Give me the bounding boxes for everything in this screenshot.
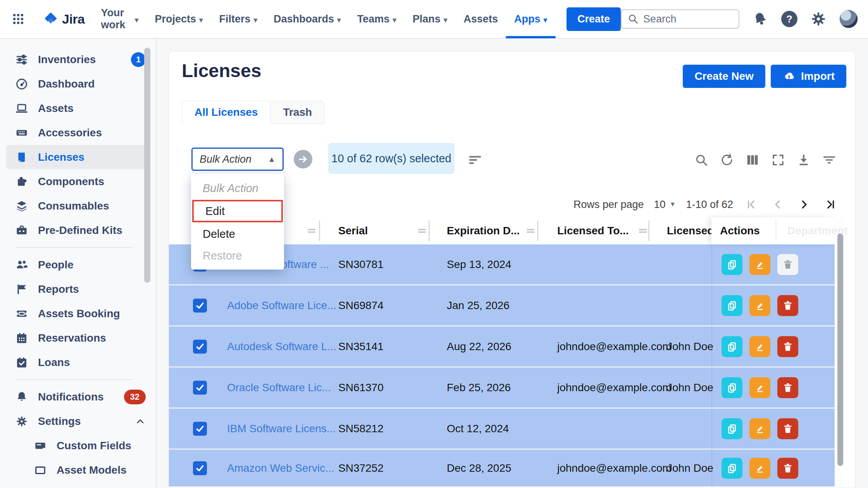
sidebar-item-assets[interactable]: Assets bbox=[0, 96, 156, 120]
notifications-bell-icon[interactable] bbox=[753, 11, 768, 27]
edit-button[interactable] bbox=[749, 295, 770, 316]
last-page-button[interactable] bbox=[822, 196, 839, 213]
create-button[interactable]: Create bbox=[567, 7, 621, 31]
sidebar-scrollbar[interactable] bbox=[144, 48, 150, 283]
license-name-link[interactable]: IBM Software Licens... bbox=[227, 423, 336, 435]
duplicate-button[interactable] bbox=[722, 377, 742, 398]
delete-button[interactable] bbox=[777, 295, 798, 316]
first-page-button[interactable] bbox=[743, 196, 760, 213]
sidebar-item-reports[interactable]: Reports bbox=[0, 277, 156, 301]
expiration-cell: Dec 28, 2025 bbox=[447, 462, 512, 474]
search-input[interactable] bbox=[643, 13, 721, 25]
row-checkbox[interactable] bbox=[193, 340, 207, 354]
edit-button[interactable] bbox=[749, 254, 770, 275]
sidebar-item-people[interactable]: People bbox=[0, 253, 156, 277]
filter-icon[interactable] bbox=[822, 153, 836, 167]
delete-button[interactable] bbox=[777, 377, 798, 398]
nav-item-dashboards[interactable]: Dashboards▾ bbox=[274, 0, 341, 38]
jira-logo[interactable]: Jira bbox=[43, 11, 85, 27]
import-button[interactable]: Import bbox=[771, 65, 846, 88]
row-actions bbox=[722, 458, 798, 479]
help-icon[interactable]: ? bbox=[781, 11, 797, 27]
nav-item-projects[interactable]: Projects▾ bbox=[155, 0, 203, 38]
fullscreen-icon[interactable] bbox=[771, 153, 785, 167]
duplicate-button[interactable] bbox=[722, 254, 742, 275]
tab-all-licenses[interactable]: All Licenses bbox=[182, 101, 270, 124]
settings-gear-icon[interactable] bbox=[811, 11, 826, 27]
licensed-to-cell: johndoe@example.com bbox=[557, 381, 672, 394]
nav-item-assets[interactable]: Assets bbox=[463, 0, 498, 38]
sidebar-item-components[interactable]: Components bbox=[0, 169, 156, 194]
sidebar-item-settings[interactable]: Settings bbox=[0, 409, 156, 433]
duplicate-button[interactable] bbox=[722, 458, 742, 479]
sidebar-item-asset-models[interactable]: Asset Models bbox=[0, 458, 156, 482]
edit-button[interactable] bbox=[749, 377, 770, 398]
delete-button[interactable] bbox=[777, 458, 798, 479]
tab-trash[interactable]: Trash bbox=[270, 101, 325, 124]
sidebar-item-pre-defined-kits[interactable]: Pre-Defined Kits bbox=[0, 218, 156, 242]
view-columns-icon[interactable] bbox=[746, 153, 760, 167]
bulk-menu-item-delete[interactable]: Delete bbox=[191, 223, 284, 245]
duplicate-button[interactable] bbox=[722, 418, 742, 439]
check-icon bbox=[195, 424, 205, 434]
nav-item-your-work[interactable]: Your work▾ bbox=[101, 0, 139, 38]
sidebar-item-consumables[interactable]: Consumables bbox=[0, 194, 156, 218]
duplicate-button[interactable] bbox=[722, 295, 742, 316]
table-scrollbar[interactable] bbox=[837, 234, 843, 466]
sidebar-item-label: Consumables bbox=[38, 200, 109, 212]
chevron-up-icon bbox=[135, 416, 146, 427]
sidebar-item-label: Loans bbox=[38, 356, 70, 369]
edit-button[interactable] bbox=[749, 336, 770, 357]
sidebar-item-reservations[interactable]: Reservations bbox=[0, 326, 156, 350]
delete-button[interactable] bbox=[777, 336, 798, 357]
column-resize-handle[interactable] bbox=[307, 226, 317, 236]
duplicate-button[interactable] bbox=[722, 336, 742, 357]
licensed-cell: John Doe bbox=[667, 462, 713, 474]
nav-item-plans[interactable]: Plans▾ bbox=[413, 0, 448, 38]
sort-icon[interactable] bbox=[467, 152, 483, 168]
app-switcher-icon[interactable] bbox=[10, 11, 26, 27]
column-resize-handle[interactable] bbox=[638, 226, 648, 236]
sidebar-item-loans[interactable]: Loans bbox=[0, 350, 156, 375]
download-icon[interactable] bbox=[797, 153, 811, 167]
sidebar-item-accessories[interactable]: Accessories bbox=[0, 120, 156, 145]
license-name-link[interactable]: Adobe Software Lice... bbox=[227, 299, 336, 312]
nav-item-apps[interactable]: Apps▾ bbox=[514, 0, 547, 38]
column-resize-handle[interactable] bbox=[525, 226, 536, 236]
license-name-link[interactable]: Amazon Web Servic... bbox=[227, 462, 334, 474]
user-avatar[interactable] bbox=[839, 10, 858, 28]
bulk-action-select[interactable]: Bulk Action ▲ bbox=[191, 148, 284, 171]
sidebar-item-custom-fields[interactable]: Custom Fields bbox=[0, 433, 156, 458]
sidebar-item-licenses[interactable]: Licenses bbox=[6, 145, 150, 169]
license-name-link[interactable]: Oracle Software Lic... bbox=[227, 381, 331, 394]
table-search-icon[interactable] bbox=[694, 153, 708, 167]
custom-fields-icon bbox=[34, 440, 46, 452]
sidebar-item-dashboard[interactable]: Dashboard bbox=[0, 72, 156, 96]
rows-per-page-select[interactable]: 10▼ bbox=[654, 199, 676, 211]
sidebar: Inventories 1 Dashboard Assets Accessori… bbox=[0, 39, 157, 488]
sidebar-item-label: Pre-Defined Kits bbox=[38, 224, 122, 237]
refresh-icon[interactable] bbox=[720, 153, 734, 167]
sidebar-item-assets-booking[interactable]: Assets Booking bbox=[0, 301, 156, 326]
license-name-link[interactable]: Autodesk Software L... bbox=[227, 340, 336, 353]
sidebar-item-inventories[interactable]: Inventories 1 bbox=[0, 47, 156, 72]
edit-button[interactable] bbox=[749, 418, 770, 439]
column-resize-handle[interactable] bbox=[417, 226, 427, 236]
edit-button[interactable] bbox=[749, 458, 770, 479]
nav-item-teams[interactable]: Teams▾ bbox=[357, 0, 396, 38]
actions-column-panel: Actions Department bbox=[711, 217, 835, 244]
create-new-button[interactable]: Create New bbox=[683, 65, 765, 88]
row-checkbox[interactable] bbox=[193, 381, 207, 395]
chevron-down-icon: ▾ bbox=[393, 14, 396, 24]
next-page-button[interactable] bbox=[796, 196, 812, 213]
previous-page-button[interactable] bbox=[770, 196, 786, 213]
apply-bulk-action-button[interactable] bbox=[294, 150, 312, 168]
nav-item-filters[interactable]: Filters▾ bbox=[219, 0, 257, 38]
sidebar-item-notifications[interactable]: Notifications 32 bbox=[0, 385, 156, 409]
row-checkbox[interactable] bbox=[193, 299, 207, 313]
bulk-menu-item-edit[interactable]: Edit bbox=[192, 200, 283, 222]
row-checkbox[interactable] bbox=[193, 461, 207, 475]
global-search[interactable] bbox=[621, 9, 739, 29]
delete-button[interactable] bbox=[777, 418, 798, 439]
row-checkbox[interactable] bbox=[193, 422, 207, 436]
